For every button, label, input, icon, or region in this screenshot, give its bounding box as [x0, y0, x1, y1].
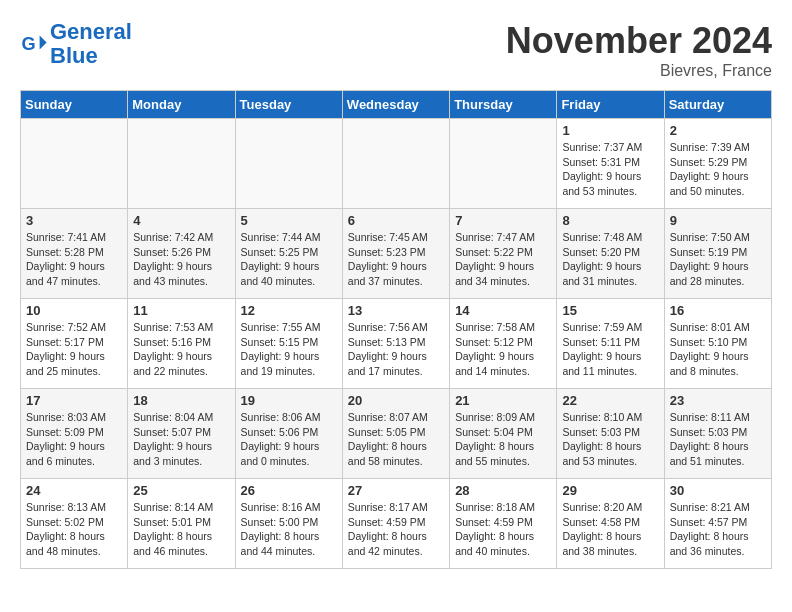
calendar-cell: 28Sunrise: 8:18 AM Sunset: 4:59 PM Dayli… — [450, 479, 557, 569]
calendar-cell — [450, 119, 557, 209]
day-number: 14 — [455, 303, 551, 318]
day-number: 15 — [562, 303, 658, 318]
day-number: 1 — [562, 123, 658, 138]
day-info: Sunrise: 7:47 AM Sunset: 5:22 PM Dayligh… — [455, 230, 551, 289]
day-info: Sunrise: 8:21 AM Sunset: 4:57 PM Dayligh… — [670, 500, 766, 559]
day-number: 6 — [348, 213, 444, 228]
day-info: Sunrise: 8:03 AM Sunset: 5:09 PM Dayligh… — [26, 410, 122, 469]
calendar-cell — [128, 119, 235, 209]
day-info: Sunrise: 7:44 AM Sunset: 5:25 PM Dayligh… — [241, 230, 337, 289]
calendar-cell: 2Sunrise: 7:39 AM Sunset: 5:29 PM Daylig… — [664, 119, 771, 209]
day-number: 17 — [26, 393, 122, 408]
day-number: 9 — [670, 213, 766, 228]
weekday-header-row: SundayMondayTuesdayWednesdayThursdayFrid… — [21, 91, 772, 119]
logo-icon: G — [20, 30, 48, 58]
day-number: 25 — [133, 483, 229, 498]
calendar-cell: 17Sunrise: 8:03 AM Sunset: 5:09 PM Dayli… — [21, 389, 128, 479]
calendar-cell: 11Sunrise: 7:53 AM Sunset: 5:16 PM Dayli… — [128, 299, 235, 389]
calendar-cell: 9Sunrise: 7:50 AM Sunset: 5:19 PM Daylig… — [664, 209, 771, 299]
day-number: 5 — [241, 213, 337, 228]
calendar-cell: 10Sunrise: 7:52 AM Sunset: 5:17 PM Dayli… — [21, 299, 128, 389]
calendar-cell: 24Sunrise: 8:13 AM Sunset: 5:02 PM Dayli… — [21, 479, 128, 569]
day-info: Sunrise: 8:17 AM Sunset: 4:59 PM Dayligh… — [348, 500, 444, 559]
day-info: Sunrise: 8:13 AM Sunset: 5:02 PM Dayligh… — [26, 500, 122, 559]
day-info: Sunrise: 7:59 AM Sunset: 5:11 PM Dayligh… — [562, 320, 658, 379]
calendar-cell: 6Sunrise: 7:45 AM Sunset: 5:23 PM Daylig… — [342, 209, 449, 299]
day-number: 4 — [133, 213, 229, 228]
calendar-cell — [235, 119, 342, 209]
day-info: Sunrise: 8:06 AM Sunset: 5:06 PM Dayligh… — [241, 410, 337, 469]
title-area: November 2024 Bievres, France — [506, 20, 772, 80]
day-number: 21 — [455, 393, 551, 408]
logo-line1: General — [50, 19, 132, 44]
day-info: Sunrise: 7:55 AM Sunset: 5:15 PM Dayligh… — [241, 320, 337, 379]
calendar-cell: 1Sunrise: 7:37 AM Sunset: 5:31 PM Daylig… — [557, 119, 664, 209]
calendar-cell: 23Sunrise: 8:11 AM Sunset: 5:03 PM Dayli… — [664, 389, 771, 479]
day-info: Sunrise: 8:10 AM Sunset: 5:03 PM Dayligh… — [562, 410, 658, 469]
calendar-cell: 21Sunrise: 8:09 AM Sunset: 5:04 PM Dayli… — [450, 389, 557, 479]
week-row-1: 1Sunrise: 7:37 AM Sunset: 5:31 PM Daylig… — [21, 119, 772, 209]
calendar-cell: 13Sunrise: 7:56 AM Sunset: 5:13 PM Dayli… — [342, 299, 449, 389]
weekday-header-tuesday: Tuesday — [235, 91, 342, 119]
day-number: 2 — [670, 123, 766, 138]
calendar-cell — [21, 119, 128, 209]
day-info: Sunrise: 7:39 AM Sunset: 5:29 PM Dayligh… — [670, 140, 766, 199]
day-number: 18 — [133, 393, 229, 408]
day-number: 29 — [562, 483, 658, 498]
day-info: Sunrise: 8:07 AM Sunset: 5:05 PM Dayligh… — [348, 410, 444, 469]
day-number: 30 — [670, 483, 766, 498]
calendar-cell: 18Sunrise: 8:04 AM Sunset: 5:07 PM Dayli… — [128, 389, 235, 479]
weekday-header-monday: Monday — [128, 91, 235, 119]
day-number: 24 — [26, 483, 122, 498]
day-number: 19 — [241, 393, 337, 408]
day-info: Sunrise: 8:18 AM Sunset: 4:59 PM Dayligh… — [455, 500, 551, 559]
day-info: Sunrise: 7:50 AM Sunset: 5:19 PM Dayligh… — [670, 230, 766, 289]
day-info: Sunrise: 8:11 AM Sunset: 5:03 PM Dayligh… — [670, 410, 766, 469]
logo: G General Blue — [20, 20, 132, 68]
day-info: Sunrise: 8:16 AM Sunset: 5:00 PM Dayligh… — [241, 500, 337, 559]
calendar-cell: 22Sunrise: 8:10 AM Sunset: 5:03 PM Dayli… — [557, 389, 664, 479]
day-info: Sunrise: 7:41 AM Sunset: 5:28 PM Dayligh… — [26, 230, 122, 289]
day-info: Sunrise: 7:52 AM Sunset: 5:17 PM Dayligh… — [26, 320, 122, 379]
week-row-5: 24Sunrise: 8:13 AM Sunset: 5:02 PM Dayli… — [21, 479, 772, 569]
day-number: 23 — [670, 393, 766, 408]
week-row-2: 3Sunrise: 7:41 AM Sunset: 5:28 PM Daylig… — [21, 209, 772, 299]
calendar-cell: 3Sunrise: 7:41 AM Sunset: 5:28 PM Daylig… — [21, 209, 128, 299]
calendar-cell — [342, 119, 449, 209]
calendar-cell: 27Sunrise: 8:17 AM Sunset: 4:59 PM Dayli… — [342, 479, 449, 569]
day-info: Sunrise: 7:45 AM Sunset: 5:23 PM Dayligh… — [348, 230, 444, 289]
day-info: Sunrise: 8:09 AM Sunset: 5:04 PM Dayligh… — [455, 410, 551, 469]
day-number: 13 — [348, 303, 444, 318]
day-info: Sunrise: 7:37 AM Sunset: 5:31 PM Dayligh… — [562, 140, 658, 199]
day-info: Sunrise: 8:04 AM Sunset: 5:07 PM Dayligh… — [133, 410, 229, 469]
weekday-header-saturday: Saturday — [664, 91, 771, 119]
day-number: 10 — [26, 303, 122, 318]
calendar-cell: 12Sunrise: 7:55 AM Sunset: 5:15 PM Dayli… — [235, 299, 342, 389]
day-info: Sunrise: 7:42 AM Sunset: 5:26 PM Dayligh… — [133, 230, 229, 289]
day-info: Sunrise: 7:58 AM Sunset: 5:12 PM Dayligh… — [455, 320, 551, 379]
calendar-cell: 25Sunrise: 8:14 AM Sunset: 5:01 PM Dayli… — [128, 479, 235, 569]
page-header: G General Blue November 2024 Bievres, Fr… — [20, 20, 772, 80]
day-number: 8 — [562, 213, 658, 228]
calendar-cell: 14Sunrise: 7:58 AM Sunset: 5:12 PM Dayli… — [450, 299, 557, 389]
day-info: Sunrise: 7:53 AM Sunset: 5:16 PM Dayligh… — [133, 320, 229, 379]
calendar-cell: 7Sunrise: 7:47 AM Sunset: 5:22 PM Daylig… — [450, 209, 557, 299]
day-info: Sunrise: 8:01 AM Sunset: 5:10 PM Dayligh… — [670, 320, 766, 379]
day-number: 20 — [348, 393, 444, 408]
calendar-cell: 5Sunrise: 7:44 AM Sunset: 5:25 PM Daylig… — [235, 209, 342, 299]
logo-line2: Blue — [50, 43, 98, 68]
svg-text:G: G — [21, 34, 35, 54]
day-number: 7 — [455, 213, 551, 228]
calendar: SundayMondayTuesdayWednesdayThursdayFrid… — [20, 90, 772, 569]
day-info: Sunrise: 7:56 AM Sunset: 5:13 PM Dayligh… — [348, 320, 444, 379]
day-info: Sunrise: 8:14 AM Sunset: 5:01 PM Dayligh… — [133, 500, 229, 559]
week-row-3: 10Sunrise: 7:52 AM Sunset: 5:17 PM Dayli… — [21, 299, 772, 389]
day-number: 22 — [562, 393, 658, 408]
calendar-cell: 26Sunrise: 8:16 AM Sunset: 5:00 PM Dayli… — [235, 479, 342, 569]
calendar-cell: 8Sunrise: 7:48 AM Sunset: 5:20 PM Daylig… — [557, 209, 664, 299]
day-info: Sunrise: 8:20 AM Sunset: 4:58 PM Dayligh… — [562, 500, 658, 559]
location: Bievres, France — [506, 62, 772, 80]
day-info: Sunrise: 7:48 AM Sunset: 5:20 PM Dayligh… — [562, 230, 658, 289]
calendar-cell: 19Sunrise: 8:06 AM Sunset: 5:06 PM Dayli… — [235, 389, 342, 479]
calendar-cell: 4Sunrise: 7:42 AM Sunset: 5:26 PM Daylig… — [128, 209, 235, 299]
